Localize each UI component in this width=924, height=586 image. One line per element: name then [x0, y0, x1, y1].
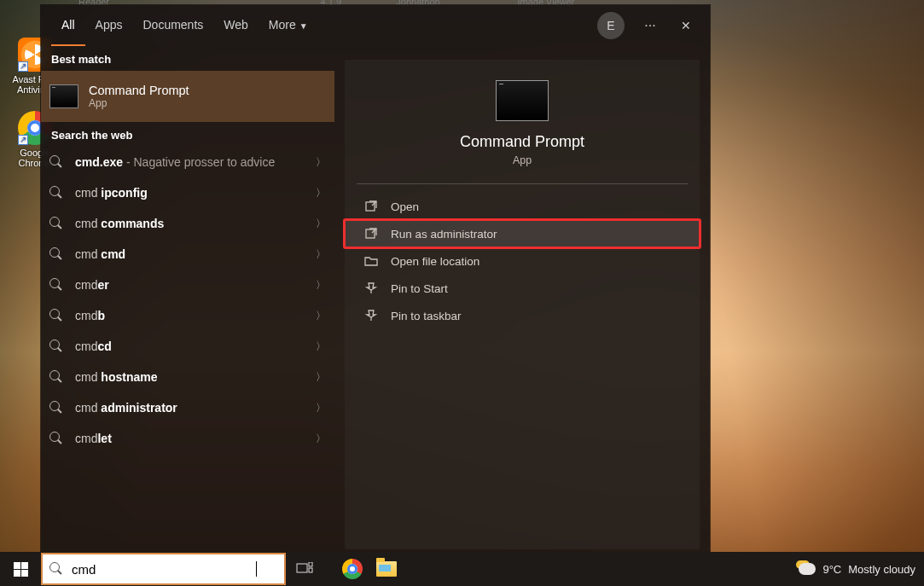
- web-suggestion[interactable]: cmd commands〉: [41, 208, 334, 239]
- taskbar-app-explorer[interactable]: [369, 552, 404, 586]
- action-label: Pin to Start: [391, 282, 448, 295]
- suggestion-text: cmd hostname: [75, 370, 311, 384]
- file-explorer-icon: [376, 561, 397, 577]
- search-icon: [49, 247, 63, 261]
- svg-rect-0: [366, 202, 375, 211]
- chevron-right-icon: 〉: [316, 186, 326, 200]
- svg-rect-3: [309, 562, 312, 566]
- divider: [357, 183, 688, 184]
- action-label: Open file location: [391, 255, 479, 268]
- action-label: Run as administrator: [391, 228, 497, 241]
- chevron-right-icon: 〉: [316, 339, 326, 354]
- text-caret: [256, 561, 257, 577]
- best-match-subtitle: App: [89, 97, 189, 109]
- pin-icon: [363, 308, 379, 323]
- suggestion-text: cmdlet: [75, 432, 311, 445]
- search-icon: [49, 432, 63, 445]
- preview-subtitle: App: [345, 154, 700, 166]
- search-icon: [49, 401, 63, 415]
- weather-temp: 9°C: [822, 563, 841, 576]
- more-options-button[interactable]: ···: [636, 12, 664, 39]
- taskbar: 9°C Mostly cloudy: [0, 552, 924, 586]
- taskbar-search[interactable]: [41, 553, 286, 585]
- suggestion-text: cmdb: [75, 309, 311, 322]
- action-open-file-location[interactable]: Open file location: [345, 247, 700, 275]
- chevron-right-icon: 〉: [316, 217, 326, 231]
- chevron-right-icon: 〉: [316, 247, 326, 262]
- results-list: Best match Command Prompt App Search the…: [41, 46, 334, 560]
- action-label: Open: [391, 200, 419, 213]
- search-icon: [49, 155, 63, 169]
- preview-pane: Command Prompt App OpenRun as administra…: [334, 46, 710, 560]
- web-suggestion[interactable]: cmdlet〉: [41, 423, 334, 454]
- chevron-right-icon: 〉: [316, 401, 326, 415]
- action-pin-to-start[interactable]: Pin to Start: [345, 275, 700, 302]
- tab-all[interactable]: All: [51, 5, 85, 46]
- preview-title: Command Prompt: [345, 133, 700, 151]
- chevron-down-icon: ▼: [299, 21, 308, 31]
- folder-icon: [363, 253, 379, 269]
- admin-icon: [363, 226, 379, 241]
- tab-more[interactable]: More▼: [259, 5, 318, 46]
- suggestion-text: cmd ipconfig: [75, 186, 311, 200]
- taskbar-app-chrome[interactable]: [335, 552, 369, 586]
- chrome-icon: [342, 559, 363, 579]
- chevron-right-icon: 〉: [316, 155, 326, 170]
- suggestion-text: cmdcd: [75, 339, 311, 353]
- start-button[interactable]: [0, 552, 41, 586]
- svg-rect-4: [309, 568, 312, 572]
- tab-web[interactable]: Web: [213, 5, 259, 46]
- web-suggestion[interactable]: cmdcd〉: [41, 331, 334, 362]
- search-icon: [49, 562, 63, 576]
- task-view-button[interactable]: [286, 552, 323, 586]
- search-icon: [49, 309, 63, 322]
- search-filter-tabs: All Apps Documents Web More▼ E ··· ✕: [41, 5, 710, 46]
- chevron-right-icon: 〉: [316, 432, 326, 446]
- search-input[interactable]: [72, 562, 259, 577]
- close-button[interactable]: ✕: [672, 12, 700, 39]
- command-prompt-icon: [496, 80, 549, 121]
- search-icon: [49, 339, 63, 353]
- web-suggestion[interactable]: cmd cmd〉: [41, 239, 334, 270]
- web-suggestion[interactable]: cmd ipconfig〉: [41, 177, 334, 208]
- best-match-item[interactable]: Command Prompt App: [41, 71, 334, 122]
- svg-rect-1: [366, 229, 375, 238]
- action-pin-to-taskbar[interactable]: Pin to taskbar: [345, 302, 700, 329]
- suggestion-text: cmd.exe - Nagative prosser to advice: [75, 155, 311, 169]
- best-match-title: Command Prompt: [89, 84, 189, 97]
- weather-icon: [799, 563, 816, 575]
- action-run-as-administrator[interactable]: Run as administrator: [345, 220, 700, 247]
- weather-widget[interactable]: 9°C Mostly cloudy: [799, 563, 924, 576]
- web-suggestion[interactable]: cmder〉: [41, 270, 334, 300]
- chevron-right-icon: 〉: [316, 309, 326, 323]
- action-label: Pin to taskbar: [391, 310, 462, 322]
- suggestion-text: cmder: [75, 278, 311, 292]
- search-icon: [49, 370, 63, 384]
- chevron-right-icon: 〉: [316, 278, 326, 293]
- search-icon: [49, 278, 63, 292]
- shortcut-arrow-icon: ↗: [18, 61, 28, 72]
- suggestion-text: cmd administrator: [75, 401, 311, 415]
- search-icon: [49, 186, 63, 200]
- start-search-panel: All Apps Documents Web More▼ E ··· ✕ Bes…: [41, 5, 710, 553]
- tab-apps[interactable]: Apps: [85, 5, 133, 46]
- web-suggestion[interactable]: cmd.exe - Nagative prosser to advice〉: [41, 147, 334, 177]
- web-suggestion[interactable]: cmd hostname〉: [41, 362, 334, 392]
- chevron-right-icon: 〉: [316, 370, 326, 385]
- weather-text: Mostly cloudy: [848, 563, 915, 576]
- shortcut-arrow-icon: ↗: [18, 135, 28, 145]
- search-icon: [49, 217, 63, 230]
- action-open[interactable]: Open: [345, 193, 700, 220]
- tab-documents[interactable]: Documents: [132, 5, 213, 46]
- web-suggestion[interactable]: cmd administrator〉: [41, 392, 334, 423]
- pin-icon: [363, 281, 379, 296]
- web-suggestion[interactable]: cmdb〉: [41, 300, 334, 331]
- windows-logo-icon: [14, 562, 28, 577]
- section-search-web: Search the web: [41, 122, 334, 147]
- svg-rect-2: [297, 564, 307, 572]
- user-avatar[interactable]: E: [597, 12, 625, 39]
- command-prompt-icon: [49, 84, 78, 108]
- suggestion-text: cmd commands: [75, 217, 311, 230]
- open-icon: [363, 199, 379, 214]
- section-best-match: Best match: [41, 46, 334, 71]
